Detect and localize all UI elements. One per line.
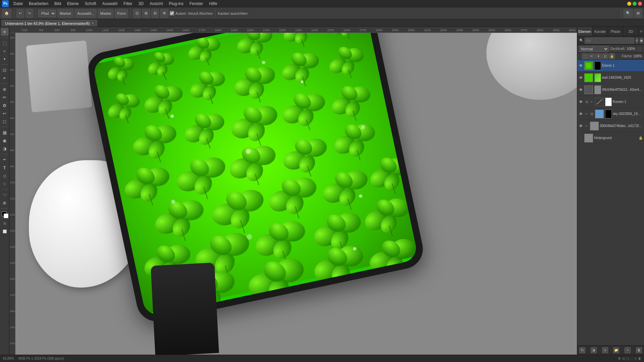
layer-row-ebene1[interactable]: 👁 Ebene 1 <box>577 60 644 72</box>
blend-mode-select[interactable]: Normal <box>579 46 609 52</box>
menu-ebene[interactable]: Ebene <box>64 1 82 7</box>
lock-transparent-btn[interactable]: ⬚ <box>582 53 588 59</box>
layer-search-input[interactable] <box>585 38 634 44</box>
tab-pfade[interactable]: Pfade <box>608 27 624 36</box>
menu-bild[interactable]: Bild <box>52 1 64 7</box>
layer-vis-306[interactable]: 👁 <box>579 124 583 128</box>
path-select-tool[interactable]: ◇ <box>1 172 8 179</box>
move-tool[interactable]: ✛ <box>1 28 8 36</box>
hand-tool[interactable]: ☜ <box>1 191 8 198</box>
layer-row-306[interactable]: 👁 ✏ 306048a5746dec...b3172fb3a6c08 <box>577 120 644 132</box>
color-swatch[interactable] <box>1 211 8 218</box>
status-icon-5[interactable]: ≡ <box>635 357 637 360</box>
canvas-container[interactable] <box>15 33 577 355</box>
workspace-btn[interactable]: ⊞ <box>634 9 642 18</box>
history-back[interactable]: ↩ <box>16 9 24 18</box>
status-icon-4[interactable]: ⬚ <box>630 357 633 360</box>
history-forward[interactable]: ↪ <box>25 9 33 18</box>
status-icon-3[interactable]: ◻ <box>626 357 629 360</box>
rectangular-select-tool[interactable]: ⬚ <box>1 39 8 47</box>
lock-position-btn[interactable]: ✛ <box>595 53 601 59</box>
new-layer-button[interactable]: + <box>625 347 631 353</box>
shape-btn[interactable]: Form <box>115 9 128 18</box>
search-icon: 🔍 <box>579 39 583 42</box>
gradient-tool[interactable]: ▦ <box>1 129 8 136</box>
lock-pixels-btn[interactable]: ✏ <box>589 53 595 59</box>
layer-vis-leaf[interactable]: 👁 <box>579 75 583 80</box>
pen-tool[interactable]: ✒ <box>1 156 8 163</box>
layer-vis-kurven[interactable]: 👁 <box>579 100 583 104</box>
filter-kind-btn[interactable]: ≡ <box>636 38 638 44</box>
layer-row-sky[interactable]: 👁 ✏ ⛓ sky-3022856_1920... <box>577 108 644 120</box>
tab-kanaele[interactable]: Kanäle <box>593 27 608 36</box>
app-icon[interactable]: Ps <box>2 0 9 7</box>
magic-wand-tool[interactable]: ✦ <box>1 55 8 63</box>
layer-row-kurven[interactable]: 👁 ⛓ ✏ Kurven 1 <box>577 96 644 108</box>
quick-mask-btn[interactable]: ⊙ <box>1 220 8 227</box>
menu-ansicht[interactable]: Ansicht <box>147 1 165 7</box>
shape-tool[interactable]: ○ <box>1 180 8 187</box>
warp-btn[interactable]: ⊞ <box>142 9 150 18</box>
menu-3d[interactable]: 3D <box>136 1 146 7</box>
select-btn[interactable]: Auswahl... <box>75 9 97 18</box>
layer-vis-sky[interactable]: 👁 <box>579 112 583 116</box>
marker-btn[interactable]: Marker <box>57 9 73 18</box>
history-brush-tool[interactable]: ↩ <box>1 110 8 117</box>
lock-artboard-btn[interactable]: ⊡ <box>602 53 608 59</box>
mask-button[interactable]: ⊙ <box>602 347 608 353</box>
tab-ebenen[interactable]: Ebenen <box>577 27 593 36</box>
layer-row-hash[interactable]: 👁 09c540e4f70d13...43ce46bd18f3f2 <box>577 84 644 96</box>
crop-tool[interactable]: ⊡ <box>1 66 8 74</box>
layer-vis-bg[interactable]: ○ <box>579 136 583 140</box>
autom-checkbox[interactable] <box>170 11 174 15</box>
filter-visible-btn[interactable]: ◉ <box>640 38 643 44</box>
layer-row-leaf[interactable]: 👁 leaf-1482948_1920 <box>577 72 644 84</box>
layer-row-bg[interactable]: ○ Hintergrund 🔒 <box>577 132 644 144</box>
distribute-btn[interactable]: ⚙ <box>160 9 168 18</box>
screen-mode-btn[interactable]: ⬜ <box>1 228 8 235</box>
menu-filter[interactable]: Filter <box>121 1 135 7</box>
transform-btn[interactable]: ⊡ <box>133 9 141 18</box>
tab-close-btn[interactable]: × <box>92 21 94 25</box>
brush-tool[interactable]: ✏ <box>1 94 8 101</box>
eyedropper-tool[interactable]: ✒ <box>1 74 8 82</box>
menu-schrift[interactable]: Schrift <box>82 1 99 7</box>
status-icon-2[interactable]: ⊡ <box>622 357 625 360</box>
window-close[interactable] <box>638 2 642 6</box>
menu-bearbeiten[interactable]: Bearbeiten <box>26 1 51 7</box>
search-btn[interactable]: 🔍 <box>624 9 633 18</box>
menu-auswahl[interactable]: Auswahl <box>100 1 120 7</box>
status-icon-6[interactable]: 🗑 <box>638 357 641 360</box>
lock-all-btn[interactable]: 🔒 <box>609 53 615 59</box>
delete-layer-button[interactable]: 🗑 <box>636 347 642 353</box>
zoom-tool[interactable]: ⊕ <box>1 199 8 206</box>
menu-fenster[interactable]: Fenster <box>187 1 206 7</box>
align-btn[interactable]: ⊟ <box>151 9 159 18</box>
left-toolbar: ✛ ⬚ ⌾ ✦ ⊡ ✒ ⊕ ✏ ✿ ↩ ◻ ▦ ◉ ◑ ✒ T ◇ ○ ☜ ⊕ … <box>0 27 9 355</box>
path-dropdown[interactable]: Pfad <box>38 10 56 17</box>
window-minimize[interactable] <box>627 2 631 6</box>
healing-tool[interactable]: ⊕ <box>1 85 8 93</box>
adjustment-button[interactable]: ◑ <box>591 347 597 353</box>
menu-datei[interactable]: Datei <box>11 1 25 7</box>
document-tab[interactable]: Unbenannt-1 bei 43,9% (Ebene 1, Ebenenma… <box>1 20 97 26</box>
eraser-tool[interactable]: ◻ <box>1 118 8 125</box>
menu-hilfe[interactable]: Hilfe <box>207 1 220 7</box>
menu-plugins[interactable]: Plug-ins <box>166 1 186 7</box>
lasso-tool[interactable]: ⌾ <box>1 47 8 55</box>
mask-btn[interactable]: Maske <box>98 9 113 18</box>
status-icon-1[interactable]: ⚙ <box>618 357 621 360</box>
window-maximize[interactable] <box>633 2 637 6</box>
text-tool[interactable]: T <box>1 164 8 171</box>
dodge-tool[interactable]: ◑ <box>1 145 8 152</box>
tab-3d[interactable]: 3D <box>623 27 639 36</box>
layer-vis-ebene1[interactable]: 👁 <box>579 63 583 68</box>
home-button[interactable]: 🏠 <box>2 9 11 18</box>
fx-button[interactable]: fx <box>579 347 585 353</box>
panel-menu-btn[interactable]: ≡ <box>639 27 644 36</box>
clone-tool[interactable]: ✿ <box>1 102 8 109</box>
group-button[interactable]: 📁 <box>613 347 619 353</box>
opacity-lock-btn[interactable]: ⬚ <box>637 46 642 52</box>
layer-vis-hash[interactable]: 👁 <box>579 87 583 92</box>
blur-tool[interactable]: ◉ <box>1 137 8 144</box>
